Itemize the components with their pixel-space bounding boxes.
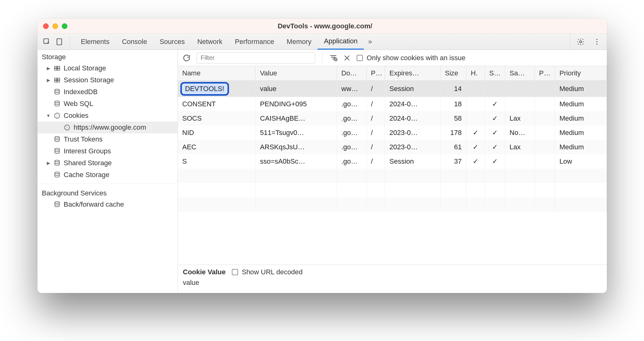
table-header-row: NameValueDo…P…Expires…SizeH.S…Sa…P…Prior… <box>178 66 607 81</box>
name-cell[interactable]: CONSENT <box>178 97 256 111</box>
storage-sidebar: Storage▶Local Storage▶Session StorageInd… <box>37 50 178 293</box>
table-cell: 18 <box>440 97 466 111</box>
table-cell: Medium <box>555 140 607 154</box>
maximize-window-button[interactable] <box>62 23 67 29</box>
table-cell: ✓ <box>485 111 505 126</box>
database-icon <box>54 201 61 208</box>
panel-tabstrip: ElementsConsoleSourcesNetworkPerformance… <box>37 34 607 50</box>
svg-point-19 <box>56 116 57 117</box>
sidebar-item-local-storage[interactable]: ▶Local Storage <box>37 62 178 74</box>
table-cell <box>505 154 535 169</box>
table-cell: value <box>256 81 337 97</box>
sidebar-item-web-sql[interactable]: Web SQL <box>37 98 178 110</box>
column-header[interactable]: Priority <box>555 66 607 81</box>
name-cell[interactable]: DEVTOOLS! <box>178 81 256 97</box>
tab-sources[interactable]: Sources <box>153 34 191 50</box>
more-tabs-chevron-icon[interactable]: » <box>364 38 376 46</box>
table-cell: ARSKqsJsU… <box>256 140 337 154</box>
refresh-icon[interactable] <box>182 54 191 62</box>
column-header[interactable]: Expires… <box>385 66 441 81</box>
table-cell: 61 <box>440 140 466 154</box>
inspect-element-icon[interactable] <box>41 38 53 46</box>
sidebar-item-label: Cache Storage <box>64 171 110 179</box>
sidebar-item-indexeddb[interactable]: IndexedDB <box>37 86 178 98</box>
table-cell: No… <box>505 126 535 140</box>
column-header[interactable]: H. <box>466 66 485 81</box>
show-url-decoded-checkbox[interactable]: Show URL decoded <box>232 268 303 276</box>
table-cell: .go… <box>337 140 367 154</box>
name-cell[interactable]: SOCS <box>178 111 256 126</box>
sidebar-item-shared-storage[interactable]: ▶Shared Storage <box>37 157 178 169</box>
table-row[interactable]: CONSENTPENDING+095.go…/2024-0…18✓Medium <box>178 97 607 111</box>
disclosure-arrow-icon: ▶ <box>46 161 51 166</box>
table-cell <box>505 81 535 97</box>
sidebar-item-https-www-google-com[interactable]: https://www.google.com <box>37 122 178 133</box>
tab-memory[interactable]: Memory <box>281 34 318 50</box>
table-row[interactable]: NID511=Tsugv0….go…/2023-0…178✓✓No…Medium <box>178 126 607 140</box>
database-icon <box>54 148 61 155</box>
tab-network[interactable]: Network <box>191 34 229 50</box>
column-header[interactable]: Value <box>256 66 337 81</box>
sidebar-item-interest-groups[interactable]: Interest Groups <box>37 145 178 157</box>
table-cell: / <box>366 126 385 140</box>
filter-input[interactable] <box>197 52 315 64</box>
database-icon <box>54 136 61 143</box>
tab-application[interactable]: Application <box>318 34 364 50</box>
svg-rect-11 <box>57 78 60 80</box>
storage-icon <box>54 77 61 84</box>
table-cell: ✓ <box>466 140 485 154</box>
cookies-toolbar: Only show cookies with an issue <box>178 50 607 66</box>
close-window-button[interactable] <box>43 23 49 29</box>
tab-elements[interactable]: Elements <box>75 34 116 50</box>
table-cell: 14 <box>440 81 466 97</box>
cookies-table-wrapper[interactable]: NameValueDo…P…Expires…SizeH.S…Sa…P…Prior… <box>178 66 607 265</box>
clear-filter-icon[interactable] <box>329 54 337 62</box>
table-cell <box>466 81 485 97</box>
tab-console[interactable]: Console <box>116 34 154 50</box>
name-cell[interactable]: S <box>178 154 256 169</box>
sidebar-item-cookies[interactable]: ▼Cookies <box>37 110 178 122</box>
table-cell: 178 <box>440 126 466 140</box>
column-header[interactable]: P… <box>534 66 555 81</box>
table-cell: Session <box>385 154 441 169</box>
database-icon <box>54 171 61 178</box>
name-edit-input[interactable]: DEVTOOLS! <box>180 82 229 96</box>
only-issue-checkbox[interactable]: Only show cookies with an issue <box>357 54 466 62</box>
table-cell: Medium <box>555 111 607 126</box>
name-cell[interactable]: NID <box>178 126 256 140</box>
column-header[interactable]: Sa… <box>505 66 535 81</box>
minimize-window-button[interactable] <box>52 23 58 29</box>
sidebar-item-label: Web SQL <box>64 100 93 108</box>
device-toolbar-icon[interactable] <box>53 38 66 46</box>
column-header[interactable]: S… <box>485 66 505 81</box>
column-header[interactable]: Name <box>178 66 256 81</box>
divider <box>70 36 70 47</box>
kebab-menu-icon[interactable] <box>590 38 604 46</box>
table-cell: 2024-0… <box>385 111 441 126</box>
delete-all-icon[interactable] <box>343 54 351 62</box>
table-row[interactable]: AECARSKqsJsU….go…/2023-0…61✓✓LaxMedium <box>178 140 607 154</box>
settings-gear-icon[interactable] <box>574 38 588 46</box>
svg-point-25 <box>55 148 60 150</box>
sidebar-item-trust-tokens[interactable]: Trust Tokens <box>37 133 178 145</box>
sidebar-item-label: Local Storage <box>64 64 106 72</box>
table-cell <box>485 81 505 97</box>
column-header[interactable]: P… <box>366 66 385 81</box>
sidebar-item-cache-storage[interactable]: Cache Storage <box>37 169 178 181</box>
name-cell[interactable]: AEC <box>178 140 256 154</box>
sidebar-item-back-forward-cache[interactable]: Back/forward cache <box>37 199 178 210</box>
table-cell: Session <box>385 81 441 97</box>
svg-point-16 <box>55 113 60 118</box>
sidebar-item-session-storage[interactable]: ▶Session Storage <box>37 74 178 86</box>
column-header[interactable]: Do… <box>337 66 367 81</box>
table-row[interactable]: DEVTOOLS!valueww…/Session14Medium <box>178 81 607 97</box>
titlebar: DevTools - www.google.com/ <box>37 19 607 34</box>
table-cell: ✓ <box>485 154 505 169</box>
table-row[interactable]: SOCSCAISHAgBE….go…/2024-0…58✓LaxMedium <box>178 111 607 126</box>
tab-performance[interactable]: Performance <box>229 34 281 50</box>
column-header[interactable]: Size <box>440 66 466 81</box>
cookie-value-text: value <box>183 279 602 287</box>
sidebar-item-label: Session Storage <box>64 76 114 84</box>
table-cell <box>466 97 485 111</box>
table-row[interactable]: Ssso=sA0bSc….go…/Session37✓✓Low <box>178 154 607 169</box>
